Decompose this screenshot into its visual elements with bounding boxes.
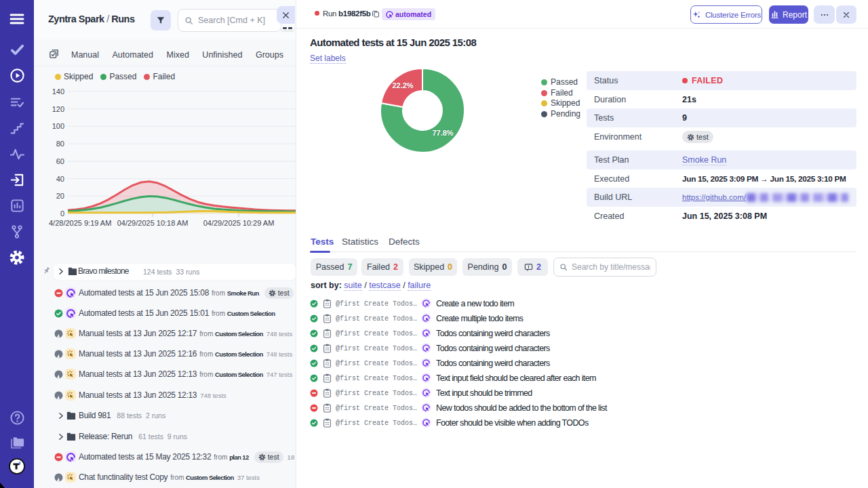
svg-text:120: 120	[52, 105, 64, 113]
svg-text:04/29/2025 10:29 AM: 04/29/2025 10:29 AM	[203, 219, 275, 227]
svg-text:40: 40	[56, 175, 64, 183]
svg-text:04/29/2025 10:18 AM: 04/29/2025 10:18 AM	[117, 219, 189, 227]
svg-text:0: 0	[60, 209, 64, 218]
svg-text:80: 80	[56, 140, 64, 148]
svg-text:60: 60	[56, 157, 64, 165]
svg-text:22.2%: 22.2%	[392, 81, 413, 89]
svg-text:4/28/2025 9:19 AM: 4/28/2025 9:19 AM	[49, 219, 111, 227]
svg-text:20: 20	[56, 192, 64, 200]
svg-text:140: 140	[52, 87, 64, 96]
svg-text:77.8%: 77.8%	[432, 129, 453, 137]
svg-text:100: 100	[52, 122, 64, 130]
